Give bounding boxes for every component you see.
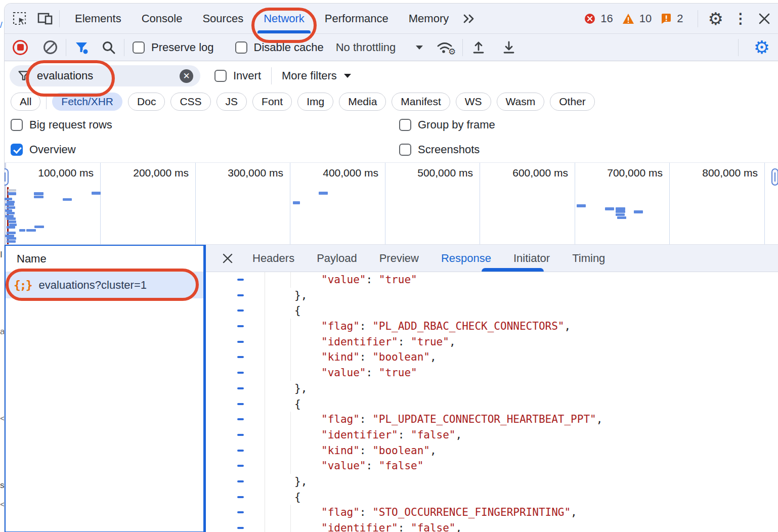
group-by-frame-checkbox[interactable]: Group by frame (399, 118, 495, 131)
filter-chip-font[interactable]: Font (252, 93, 292, 111)
tab-elements[interactable]: Elements (65, 4, 132, 34)
indent-guide (290, 458, 291, 474)
request-row[interactable]: {;} evaluations?cluster=1 (6, 272, 203, 298)
filter-chip-ws[interactable]: WS (456, 93, 491, 111)
timeline-tick-label: 400,000 ms (323, 167, 378, 179)
filter-chip-media[interactable]: Media (339, 93, 386, 111)
tab-console[interactable]: Console (132, 4, 193, 34)
code-line: { (206, 396, 778, 412)
gutter-line-marker (237, 279, 244, 281)
device-toolbar-icon[interactable] (37, 11, 54, 27)
filter-chip-doc[interactable]: Doc (128, 93, 165, 111)
filter-chip-js[interactable]: JS (217, 93, 247, 111)
throttling-caret-icon[interactable] (416, 46, 423, 50)
invert-checkbox[interactable]: Invert (214, 69, 261, 82)
detail-tab-payload[interactable]: Payload (317, 252, 357, 265)
json-punctuation: : (366, 274, 379, 286)
checkbox-unchecked[interactable] (399, 119, 411, 131)
detail-tab-timing[interactable]: Timing (572, 252, 605, 265)
disable-cache-checkbox[interactable]: Disable cache (235, 41, 324, 54)
error-icon[interactable] (584, 13, 595, 24)
more-tabs-icon[interactable] (462, 12, 476, 25)
indent-guide (290, 427, 291, 443)
clear-network-log-icon[interactable] (43, 40, 58, 55)
tab-network[interactable]: Network (253, 4, 315, 34)
settings-gear-icon[interactable]: ⚙ (708, 10, 723, 27)
throttling-select[interactable]: No throttling (336, 41, 396, 54)
timeline-bar (7, 217, 16, 220)
json-punctuation: : (360, 320, 372, 332)
json-key: "kind" (321, 445, 360, 457)
page-fragment: < (0, 414, 4, 424)
overview-left-handle[interactable] (5, 168, 9, 186)
filter-chip-all[interactable]: All (11, 93, 40, 111)
close-detail-icon[interactable] (221, 252, 234, 265)
filter-chip-css[interactable]: CSS (170, 93, 210, 111)
gutter-line-marker (237, 341, 244, 343)
checkbox-unchecked[interactable] (399, 144, 411, 156)
checkbox-checked[interactable] (11, 144, 23, 156)
filter-chip-fetchxhr[interactable]: Fetch/XHR (52, 93, 122, 111)
clear-filter-icon[interactable]: ✕ (180, 69, 193, 83)
detail-tab-preview[interactable]: Preview (379, 252, 419, 265)
close-devtools-icon[interactable] (758, 12, 771, 25)
name-column-header[interactable]: Name (6, 246, 203, 272)
status-badges: 16 10 2 ⚙ ⋮ (584, 10, 771, 27)
filter-funnel-icon[interactable] (74, 40, 89, 55)
network-settings-gear-icon[interactable]: ⚙ (754, 38, 770, 57)
overview-right-handle[interactable] (771, 168, 778, 186)
timeline-tick-label: 200,000 ms (133, 167, 189, 179)
page-fragment: < (0, 500, 4, 510)
screenshots-checkbox[interactable]: Screenshots (399, 143, 480, 156)
checkbox-unchecked[interactable] (133, 41, 145, 54)
import-har-icon[interactable] (471, 40, 486, 55)
tab-memory[interactable]: Memory (399, 4, 459, 34)
detail-tab-headers[interactable]: Headers (252, 252, 294, 265)
issues-icon[interactable] (661, 13, 672, 24)
warning-icon[interactable] (622, 13, 634, 24)
overview-checkbox[interactable]: Overview (11, 143, 76, 156)
inspect-element-icon[interactable] (12, 11, 28, 27)
code-text: "value": "false" (321, 458, 423, 474)
timeline-bar (26, 229, 36, 232)
more-filters-button[interactable]: More filters (282, 69, 337, 82)
filter-chip-img[interactable]: Img (297, 93, 333, 111)
network-conditions-icon[interactable]: ⚙ (436, 40, 454, 55)
json-key: "identifier" (321, 429, 398, 441)
filter-chip-manifest[interactable]: Manifest (392, 93, 450, 111)
big-request-rows-checkbox[interactable]: Big request rows (11, 118, 112, 131)
code-line: }, (206, 474, 778, 490)
kebab-menu-icon[interactable]: ⋮ (728, 10, 753, 27)
gutter-line-marker (237, 387, 244, 389)
network-main-area: Name {;} evaluations?cluster=1 HeadersPa… (5, 245, 778, 532)
filter-chip-wasm[interactable]: Wasm (497, 93, 545, 111)
checkbox-unchecked[interactable] (11, 119, 23, 131)
tab-performance[interactable]: Performance (315, 4, 399, 34)
active-tab-underline (257, 30, 311, 33)
checkbox-unchecked[interactable] (235, 41, 247, 54)
request-list-panel: Name {;} evaluations?cluster=1 (5, 245, 204, 532)
timeline-bar (34, 196, 44, 198)
more-filters-caret-icon[interactable] (344, 74, 351, 78)
search-icon[interactable] (102, 40, 116, 55)
code-text: "kind": "boolean", (321, 443, 437, 459)
tab-sources[interactable]: Sources (192, 4, 253, 34)
timeline-bar (5, 203, 14, 206)
code-text: { (294, 396, 301, 412)
code-text: "flag": "STO_OCCURRENCE_FINGERPRINTING", (321, 505, 577, 520)
detail-tab-response[interactable]: Response (441, 252, 491, 265)
network-overview-timeline[interactable]: 100,000 ms200,000 ms300,000 ms400,000 ms… (5, 162, 778, 245)
json-punctuation: , (596, 413, 603, 425)
record-network-log-button[interactable] (13, 40, 28, 55)
json-punctuation: , (564, 320, 571, 332)
detail-tab-list: HeadersPayloadPreviewResponseInitiatorTi… (252, 252, 627, 265)
filter-chip-other[interactable]: Other (550, 93, 595, 111)
preserve-log-checkbox[interactable]: Preserve log (133, 41, 214, 54)
checkbox-unchecked[interactable] (214, 70, 227, 82)
export-har-icon[interactable] (501, 40, 516, 55)
detail-tab-initiator[interactable]: Initiator (513, 252, 550, 265)
filter-input[interactable]: evaluations ✕ (10, 65, 200, 86)
gutter-line-marker (237, 527, 244, 529)
json-punctuation: : (360, 351, 372, 363)
response-body-viewer[interactable]: "value": "true"},{"flag": "PL_ADD_RBAC_C… (206, 272, 778, 532)
